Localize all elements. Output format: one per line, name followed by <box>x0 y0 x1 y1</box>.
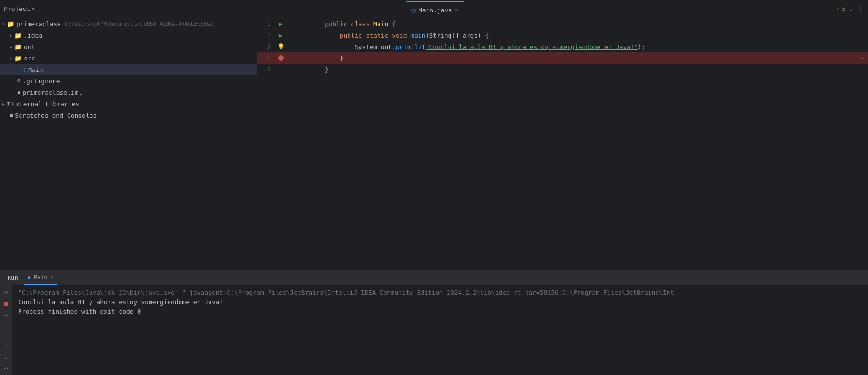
tab-close-icon[interactable]: ✕ <box>455 7 458 13</box>
more-icon[interactable]: ⋯ <box>1 310 11 319</box>
sidebar-item-root[interactable]: ▾ 📁 primeraclase C:\Users\CAPM\Documents… <box>0 18 257 30</box>
tab-java-icon: ◎ <box>411 6 415 14</box>
tab-main-java[interactable]: ◎ Main.java ✕ <box>406 1 464 18</box>
iml-label: primeraclase.iml <box>22 89 82 96</box>
console-tab-close[interactable]: ✕ <box>50 274 54 280</box>
code-content: 1 ▶ public class Main { 2 ▶ public stati… <box>257 18 868 270</box>
console-line-output: Conclui la aula 01 y ahora estoy sumergi… <box>18 297 862 307</box>
project-label-text: Project <box>4 5 30 12</box>
src-folder-icon: 📁 <box>14 55 22 62</box>
sidebar-item-src[interactable]: ▾ 📁 src <box>0 52 257 64</box>
console-tab-label: Main <box>34 274 48 281</box>
scroll-up-icon[interactable]: ↑ <box>1 341 11 350</box>
src-chevron-icon: ▾ <box>10 56 12 61</box>
bottom-tabs: Run ▪ Main ✕ <box>0 271 868 285</box>
extlibs-label: External Libraries <box>12 100 79 108</box>
main-java-icon: ◎ <box>23 66 26 73</box>
idea-folder-icon: 📁 <box>14 32 22 39</box>
root-label: primeraclase <box>16 20 61 28</box>
scratches-label: Scratches and Consoles <box>15 112 97 119</box>
idea-chevron-icon: ▶ <box>10 33 12 38</box>
expand-icon[interactable]: ⌄ <box>849 6 853 12</box>
main-label: Main <box>28 66 43 73</box>
line-num-4: 4 <box>257 55 276 61</box>
line-gutter-4[interactable] <box>276 55 286 61</box>
root-folder-icon: 📁 <box>7 20 14 28</box>
bottom-tab-main[interactable]: ▪ Main ✕ <box>24 271 58 285</box>
extlibs-chevron-icon: ▶ <box>2 101 5 107</box>
run-label: Run <box>4 275 22 281</box>
bottom-panel: Run ▪ Main ✕ ↺ ■ ⋯ ↑ ↓ ↩ "C:\Program Fil… <box>0 270 868 375</box>
scratches-icon: ≡ <box>10 112 13 118</box>
stop-icon[interactable]: ■ <box>1 298 11 308</box>
sidebar: ▾ 📁 primeraclase C:\Users\CAPM\Documents… <box>0 18 257 270</box>
sidebar-item-main[interactable]: ◎ Main <box>0 64 257 75</box>
sidebar-item-extlibs[interactable]: ▶ ⊞ External Libraries <box>0 98 257 109</box>
more-options-icon[interactable]: ⋮ <box>857 4 864 13</box>
line-num-1: 1 <box>257 20 276 27</box>
root-chevron-icon: ▾ <box>2 21 5 27</box>
console-tab-icon: ▪ <box>28 274 31 281</box>
out-chevron-icon: ▶ <box>10 44 12 49</box>
console-output[interactable]: "C:\Program Files\Java\jdk-23\bin\java.e… <box>12 285 868 375</box>
gitignore-icon: ⊘ <box>17 78 20 84</box>
project-menu[interactable]: Project ▾ <box>4 5 35 12</box>
gitignore-label: .gitignore <box>22 78 60 85</box>
run-icon-2[interactable]: ▶ <box>279 32 283 39</box>
main-area: ▾ 📁 primeraclase C:\Users\CAPM\Documents… <box>0 18 868 270</box>
top-right-actions: ✓ 5 ⌄ ⋮ <box>835 4 864 13</box>
console-line-cmd: "C:\Program Files\Java\jdk-23\bin\java.e… <box>18 288 862 297</box>
rerun-icon[interactable]: ↺ <box>1 287 11 296</box>
out-label: out <box>24 43 35 50</box>
root-path: C:\Users\CAPM\Documents\CURSO ALURA-ORAC… <box>65 21 213 27</box>
line-num-3: 3 <box>257 43 276 50</box>
extlibs-icon: ⊞ <box>7 100 10 107</box>
run-icon-1[interactable]: ▶ <box>279 21 283 27</box>
line-num-5: 5 <box>257 66 276 73</box>
sidebar-item-scratches[interactable]: ≡ Scratches and Consoles <box>0 109 257 121</box>
console-line-exit: Process finished with exit code 0 <box>18 307 862 316</box>
side-toolbar: ↺ ■ ⋯ ↑ ↓ ↩ <box>0 285 12 375</box>
line-gutter-2[interactable]: ▶ <box>276 32 286 39</box>
sidebar-item-iml[interactable]: ▪ primeraclase.iml <box>0 87 257 98</box>
sidebar-item-gitignore[interactable]: ⊘ .gitignore <box>0 75 257 87</box>
line-gutter-3: 💡 <box>276 43 286 50</box>
checkmark-count: ✓ 5 <box>835 6 846 12</box>
soft-wrap-icon[interactable]: ↩ <box>1 364 11 373</box>
idea-label: .idea <box>24 32 42 39</box>
breakpoint-icon-4[interactable] <box>278 55 284 61</box>
top-bar: Project ▾ ◎ Main.java ✕ ✓ 5 ⌄ ⋮ <box>0 0 868 18</box>
code-editor[interactable]: 1 ▶ public class Main { 2 ▶ public stati… <box>257 18 868 270</box>
sidebar-item-idea[interactable]: ▶ 📁 .idea <box>0 30 257 41</box>
line-num-2: 2 <box>257 32 276 39</box>
sidebar-item-out[interactable]: ▶ 📁 out <box>0 41 257 52</box>
src-label: src <box>24 55 35 62</box>
bulb-icon-3[interactable]: 💡 <box>278 43 285 50</box>
iml-icon: ▪ <box>17 89 20 96</box>
line-gutter-1[interactable]: ▶ <box>276 21 286 27</box>
scroll-down-icon[interactable]: ↓ <box>1 352 11 362</box>
line-code-5: } <box>286 59 868 80</box>
tab-label: Main.java <box>419 7 452 14</box>
bottom-content-area: ↺ ■ ⋯ ↑ ↓ ↩ "C:\Program Files\Java\jdk-2… <box>0 285 868 375</box>
tab-bar: ◎ Main.java ✕ <box>35 0 835 18</box>
code-line-5: 5 } <box>257 64 868 75</box>
out-folder-icon: 📁 <box>14 43 22 50</box>
